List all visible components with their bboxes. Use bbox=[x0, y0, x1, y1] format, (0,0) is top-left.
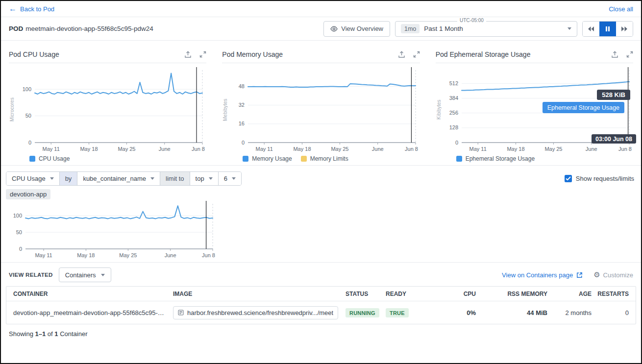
container-cpu-plot[interactable]: 050100May 11May 18May 25JuneJun 8 bbox=[6, 200, 217, 260]
svg-text:48: 48 bbox=[239, 83, 245, 89]
pod-charts-row: Pod CPU Usage Microcores 050100May 11May… bbox=[1, 41, 641, 165]
container-name-cell[interactable]: devotion-app_meetmain-devotion-app-55f68… bbox=[13, 309, 173, 316]
rewind-button[interactable] bbox=[583, 22, 599, 36]
column-header-container[interactable]: CONTAINER bbox=[13, 291, 173, 297]
column-header-image[interactable]: IMAGE bbox=[173, 291, 346, 297]
svg-text:May 11: May 11 bbox=[35, 252, 52, 258]
chevron-down-icon bbox=[101, 274, 105, 276]
restarts-cell: 0 bbox=[592, 309, 629, 316]
column-header-restarts[interactable]: RESTARTS bbox=[592, 291, 629, 297]
expand-icon[interactable] bbox=[413, 51, 420, 58]
cpu-usage-plot[interactable]: 050100May 11May 18May 25JuneJun 8 bbox=[15, 66, 206, 153]
svg-text:May 25: May 25 bbox=[119, 252, 137, 258]
pod-name: meetmain-devotion-app-55f68c5c95-pdw24 bbox=[25, 25, 153, 32]
svg-text:May 25: May 25 bbox=[331, 146, 349, 152]
svg-text:May 18: May 18 bbox=[77, 252, 95, 258]
expand-icon[interactable] bbox=[626, 51, 633, 58]
eye-icon bbox=[330, 26, 338, 32]
svg-text:June: June bbox=[159, 146, 171, 152]
pod-title: PODmeetmain-devotion-app-55f68c5c95-pdw2… bbox=[9, 25, 153, 32]
y-axis-label: Microcores bbox=[9, 66, 15, 153]
legend-ephemeral-storage[interactable]: Ephemeral Storage Usage bbox=[456, 155, 535, 162]
svg-text:384: 384 bbox=[449, 95, 458, 101]
timezone-label: UTC-05:00 bbox=[457, 18, 486, 23]
chevron-down-icon bbox=[568, 27, 571, 30]
topbar: ← Back to Pod Close all bbox=[1, 1, 641, 17]
svg-text:0: 0 bbox=[28, 140, 31, 146]
time-range-badge: 1mo bbox=[401, 24, 420, 33]
forward-button[interactable] bbox=[616, 22, 633, 36]
svg-text:June: June bbox=[585, 146, 597, 152]
svg-text:May 18: May 18 bbox=[80, 146, 98, 152]
svg-text:16: 16 bbox=[239, 121, 245, 126]
rss-memory-cell: 44 MiB bbox=[476, 309, 547, 316]
chevron-down-icon bbox=[50, 177, 54, 180]
svg-text:50: 50 bbox=[25, 113, 31, 119]
svg-text:May 18: May 18 bbox=[294, 146, 311, 152]
groupby-select[interactable]: kube_container_name bbox=[77, 172, 160, 185]
memory-usage-plot[interactable]: 0163248May 11May 18May 25JuneJun 8 bbox=[228, 66, 420, 153]
related-entity-select[interactable]: Containers bbox=[59, 267, 111, 282]
legend-memory-usage[interactable]: Memory Usage bbox=[243, 155, 292, 162]
pause-button[interactable] bbox=[599, 22, 616, 36]
column-header-age[interactable]: AGE bbox=[547, 291, 592, 297]
limit-count-select[interactable]: 6 bbox=[218, 172, 241, 185]
tooltip-series-badge: Ephemeral Storage Usage bbox=[543, 102, 624, 113]
view-overview-button[interactable]: View Overview bbox=[323, 21, 390, 37]
svg-text:May 18: May 18 bbox=[507, 146, 524, 152]
export-icon[interactable] bbox=[611, 51, 618, 58]
expand-icon[interactable] bbox=[199, 51, 206, 58]
table-row[interactable]: devotion-app_meetmain-devotion-app-55f68… bbox=[6, 301, 636, 324]
chevron-down-icon bbox=[150, 177, 154, 180]
total-count: 1 bbox=[54, 330, 58, 338]
pod-kind-label: POD bbox=[9, 25, 23, 32]
customize-label: Customize bbox=[603, 271, 633, 279]
y-axis-label: Mebibytes bbox=[222, 66, 228, 153]
limit-direction-value: top bbox=[196, 175, 204, 182]
pod-memory-usage-card: Pod Memory Usage Mebibytes 0163248May 11… bbox=[214, 44, 427, 165]
column-header-ready[interactable]: READY bbox=[386, 291, 423, 297]
view-overview-label: View Overview bbox=[341, 25, 383, 32]
svg-text:Jun 8: Jun 8 bbox=[405, 146, 418, 152]
status-badge: RUNNING bbox=[346, 308, 379, 317]
legend-label: Memory Usage bbox=[252, 155, 292, 162]
column-header-rss-memory[interactable]: RSS MEMORY bbox=[476, 291, 547, 297]
pause-icon bbox=[605, 26, 611, 32]
export-icon[interactable] bbox=[398, 51, 405, 58]
time-range-label: Past 1 Month bbox=[424, 25, 463, 32]
age-cell: 2 months bbox=[547, 309, 592, 316]
limit-direction-select[interactable]: top bbox=[190, 172, 218, 185]
tooltip-time: 03:00 Jun 08 bbox=[592, 134, 636, 144]
ready-cell: TRUE bbox=[386, 309, 423, 316]
checkbox-checked-icon bbox=[565, 175, 572, 182]
chevron-down-icon bbox=[232, 177, 236, 180]
export-icon[interactable] bbox=[184, 51, 192, 58]
cpu-cell: 0% bbox=[423, 309, 476, 316]
view-on-containers-link[interactable]: View on Containers page bbox=[502, 271, 583, 279]
metric-select[interactable]: CPU Usage bbox=[6, 172, 59, 185]
show-requests-limits-checkbox[interactable]: Show requests/limits bbox=[565, 175, 634, 182]
column-header-status[interactable]: STATUS bbox=[346, 291, 386, 297]
forward-icon bbox=[621, 26, 628, 32]
chart-title: Pod CPU Usage bbox=[9, 50, 59, 58]
time-range-select[interactable]: UTC-05:00 1mo Past 1 Month bbox=[395, 21, 577, 37]
svg-text:May 11: May 11 bbox=[256, 146, 273, 152]
column-header-cpu[interactable]: CPU bbox=[423, 291, 476, 297]
legend-memory-limits[interactable]: Memory Limits bbox=[301, 155, 348, 162]
close-all-link[interactable]: Close all bbox=[609, 5, 633, 13]
legend-swatch bbox=[456, 156, 462, 162]
app-window: ← Back to Pod Close all PODmeetmain-devo… bbox=[0, 0, 642, 364]
rss-memory-value: 44 MiB bbox=[527, 309, 547, 316]
group-tag[interactable]: devotion-app bbox=[6, 189, 50, 199]
container-cpu-chart: 050100May 11May 18May 25JuneJun 8 bbox=[6, 200, 636, 261]
image-icon bbox=[178, 310, 184, 315]
query-section: CPU Usage by kube_container_name limit t… bbox=[1, 166, 641, 262]
back-arrow-icon: ← bbox=[9, 5, 17, 13]
back-to-pod-link[interactable]: ← Back to Pod bbox=[9, 5, 54, 13]
gear-icon: ⚙ bbox=[593, 270, 600, 279]
legend-cpu-usage[interactable]: CPU Usage bbox=[29, 155, 70, 162]
view-on-containers-label: View on Containers page bbox=[502, 271, 573, 279]
image-chip[interactable]: harbor.freshbrewed.science/freshbrewedpr… bbox=[173, 306, 338, 319]
customize-button[interactable]: ⚙ Customize bbox=[593, 270, 633, 279]
svg-text:Jun 8: Jun 8 bbox=[192, 146, 205, 152]
